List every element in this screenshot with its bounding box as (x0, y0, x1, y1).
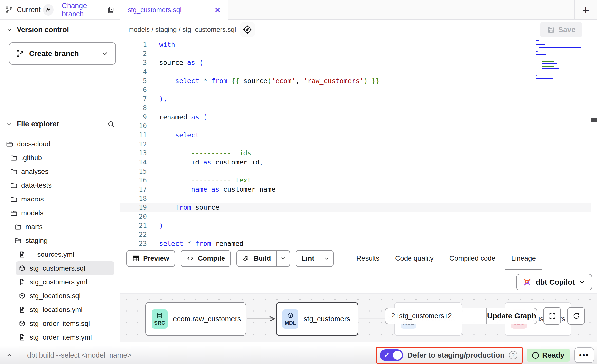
create-branch-button[interactable]: Create branch (9, 42, 116, 65)
minimap-line (536, 46, 589, 46)
lineage-canvas[interactable]: SRC ecom.raw_customers MDL stg_customers… (120, 293, 597, 342)
code-line-4[interactable]: 4 (120, 67, 591, 76)
scrollbar-thumb[interactable] (591, 118, 597, 122)
code-line-3[interactable]: 3source as ( (120, 58, 591, 67)
code-line-7[interactable]: 7), (120, 94, 591, 104)
folder-open-icon (14, 237, 22, 244)
code-text: select * from {{ source('ecom', 'raw_cus… (147, 76, 380, 86)
lineage-selector-input[interactable] (385, 308, 486, 324)
code-line-17[interactable]: 17 name as customer_name (120, 185, 591, 194)
branch-lock-badge (43, 4, 54, 16)
tab-results[interactable]: Results (356, 247, 379, 270)
code-line-1[interactable]: 1with (120, 40, 591, 49)
file-tree-item-analyses[interactable]: analyses (0, 165, 119, 179)
chevron-down-icon (323, 255, 330, 262)
create-branch-main[interactable]: Create branch (9, 43, 94, 64)
close-icon[interactable]: ✕ (214, 5, 221, 15)
refresh-button[interactable] (567, 307, 585, 325)
change-branch-link[interactable]: Change branch (62, 2, 107, 18)
minimap-line (536, 65, 589, 65)
divider (341, 247, 341, 270)
line-number: 10 (120, 122, 147, 131)
save-button[interactable]: Save (540, 22, 582, 37)
lint-button[interactable]: Lint (296, 250, 333, 267)
lineage-node-source[interactable]: SRC ecom.raw_customers (145, 302, 246, 336)
file-tree-item--sources-yml[interactable]: __sources.yml (0, 248, 119, 261)
code-line-5[interactable]: 5 select * from {{ source('ecom', 'raw_c… (120, 76, 591, 86)
lineage-node-stg-customers[interactable]: MDL stg_customers (276, 302, 358, 336)
more-options-button[interactable]: ••• (574, 347, 594, 363)
file-tree-item-models[interactable]: models (0, 206, 119, 220)
code-line-9[interactable]: 9renamed as ( (120, 113, 591, 122)
code-line-23[interactable]: 23select * from renamed (120, 239, 591, 246)
code-line-15[interactable]: 15 (120, 167, 591, 176)
code-line-12[interactable]: 12 (120, 140, 591, 149)
code-line-11[interactable]: 11 select (120, 131, 591, 140)
copy-icon[interactable] (107, 6, 115, 14)
file-tree-item-stg-customers-sql[interactable]: stg_customers.sql (16, 261, 114, 275)
editor-scrollbar[interactable] (591, 39, 597, 246)
minimap-line (542, 66, 554, 67)
tab-stg-customers[interactable]: stg_customers.sql ✕ (120, 0, 228, 20)
preview-label: Preview (143, 255, 169, 262)
create-branch-caret[interactable] (94, 43, 115, 64)
line-number: 6 (120, 85, 147, 94)
compile-button[interactable]: Compile (181, 250, 231, 267)
dbt-copilot-button[interactable]: dbt Copilot (516, 274, 592, 290)
code-line-2[interactable]: 2 (120, 49, 591, 58)
minimap-line (536, 49, 589, 50)
code-line-22[interactable]: 22 (120, 230, 591, 239)
file-tree-item-stg-order-items-sql[interactable]: stg_order_items.sql (0, 317, 119, 330)
code-text: with (147, 40, 175, 49)
collapse-panel-button[interactable] (0, 346, 19, 364)
preview-button[interactable]: Preview (126, 250, 175, 267)
file-tree-item-stg-locations-yml[interactable]: stg_locations.yml (0, 303, 119, 317)
tab-lineage[interactable]: Lineage (511, 247, 536, 270)
search-icon[interactable] (107, 120, 115, 128)
model-badge: MDL (282, 309, 298, 329)
help-icon[interactable]: ? (509, 351, 517, 359)
minimap[interactable] (536, 40, 589, 80)
build-dropdown-caret[interactable] (276, 251, 290, 266)
code-line-21[interactable]: 21) (120, 221, 591, 230)
build-button[interactable]: Build (236, 250, 290, 267)
file-tree-item-stg-customers-yml[interactable]: stg_customers.yml (0, 275, 119, 289)
code-line-13[interactable]: 13 ---------- ids (120, 149, 591, 158)
file-name: marts (25, 223, 43, 231)
command-input[interactable]: dbt build --select <model_name> (19, 351, 376, 359)
file-tree-item-data-tests[interactable]: data-tests (0, 179, 119, 192)
code-line-19[interactable]: 19 from source (120, 203, 591, 212)
new-tab-button[interactable]: + (574, 0, 597, 20)
folder-open-icon (6, 140, 13, 148)
code-text: renamed as ( (147, 113, 207, 122)
chevron-down-icon (579, 279, 586, 286)
file-tree-item--github[interactable]: .github (0, 151, 119, 165)
code-editor[interactable]: 1with23source as (45 select * from {{ so… (120, 39, 597, 246)
version-control-header[interactable]: Version control (6, 26, 115, 34)
update-graph-button[interactable]: Update Graph (486, 308, 537, 324)
code-line-8[interactable]: 8 (120, 104, 591, 113)
file-explorer-header[interactable]: File explorer (6, 120, 115, 128)
compass-icon[interactable] (240, 22, 255, 37)
file-tree-item-staging[interactable]: staging (0, 234, 119, 248)
file-tree-item-stg-order-items-yml[interactable]: stg_order_items.yml (0, 330, 119, 344)
defer-toggle[interactable]: ✓ (380, 349, 403, 361)
code-line-10[interactable]: 10 (120, 122, 591, 131)
code-line-14[interactable]: 14 id as customer_id, (120, 158, 591, 167)
tab-code-quality[interactable]: Code quality (395, 247, 434, 270)
tab-compiled-code[interactable]: Compiled code (449, 247, 496, 270)
chevron-down-icon (6, 26, 13, 33)
code-line-20[interactable]: 20 (120, 212, 591, 221)
file-tree-item-stg-locations-sql[interactable]: stg_locations.sql (0, 289, 119, 303)
code-line-6[interactable]: 6 (120, 85, 591, 94)
file-tree-item-macros[interactable]: macros (0, 192, 119, 206)
check-icon: ✓ (384, 351, 390, 359)
minimap-line (539, 72, 548, 72)
code-line-16[interactable]: 16 ---------- text (120, 176, 591, 185)
lint-dropdown-caret[interactable] (320, 251, 333, 266)
file-tree-item-docs-cloud[interactable]: docs-cloud (0, 137, 119, 151)
code-line-18[interactable]: 18 (120, 194, 591, 203)
code-icon (187, 255, 194, 262)
file-tree-item-marts[interactable]: marts (0, 220, 119, 234)
fullscreen-button[interactable] (543, 307, 561, 325)
